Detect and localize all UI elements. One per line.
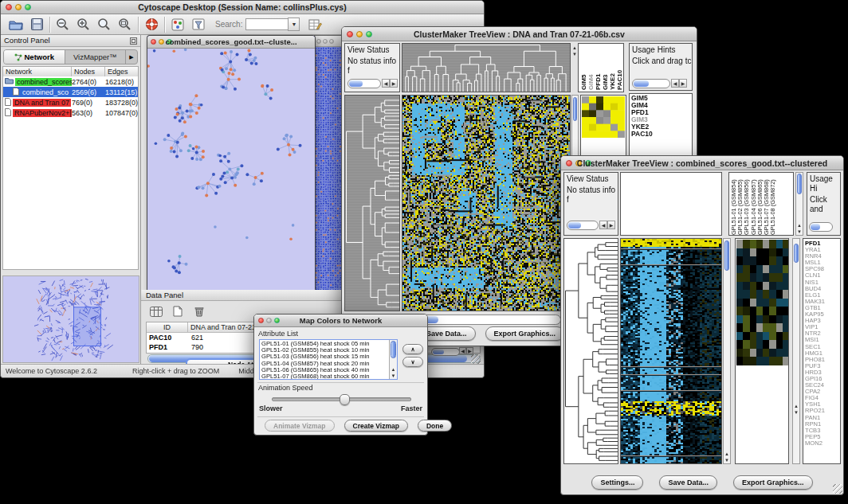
tv2-heatmap-panel[interactable] (620, 238, 722, 464)
animate-vizmap-button[interactable]: Animate Vizmap (265, 420, 335, 432)
delete-attribute-trash-icon[interactable] (190, 304, 208, 318)
slider-thumb[interactable] (340, 394, 350, 405)
birdseye-view[interactable] (2, 275, 139, 363)
tv1-row-dendrogram[interactable] (345, 96, 399, 311)
network-name: DNA and Tran 07 (13, 99, 71, 107)
gene-label[interactable]: MON2 (805, 440, 840, 447)
inactive-zoom-button[interactable] (329, 39, 334, 44)
col-nodes[interactable]: Nodes (72, 67, 105, 76)
tv1-column-dendrogram-panel[interactable] (402, 43, 571, 92)
save-data-button[interactable]: Save Data... (659, 475, 717, 490)
node-count: 2569(6) (72, 88, 105, 96)
network-view-titlebar[interactable]: combined_scores_good.txt--cluste... (147, 36, 315, 49)
open-file-button[interactable] (6, 16, 26, 33)
tv2-heatmap-vscrollbar[interactable]: ▲▼ (723, 238, 731, 464)
background-network-window[interactable] (314, 35, 342, 294)
tv1-row-dendrogram-panel[interactable] (344, 95, 400, 311)
attribute-list-vscrollbar[interactable]: ▲▼ (389, 340, 397, 379)
scroll-left-arrow[interactable]: ◀ (382, 79, 390, 88)
tv2-labels-vscrollbar[interactable]: ▲▼ (795, 172, 803, 236)
network-name: combined_sco (21, 88, 70, 96)
column-label: PAC10 (616, 44, 623, 90)
scroll-left-arrow[interactable]: ◀ (671, 79, 679, 88)
zoom-out-icon[interactable] (53, 16, 73, 33)
export-graphics-button[interactable]: Export Graphics... (485, 326, 565, 341)
network-list-row[interactable]: DNA and Tran 07769(0)183728(0) (3, 97, 138, 107)
treeview1-titlebar[interactable]: ClusterMaker TreeView : DNA and Tran 07-… (342, 27, 697, 41)
tv1-heatmap-panel[interactable] (402, 95, 571, 311)
node-count: 563(0) (72, 109, 105, 117)
tv2-status-scrollbar[interactable] (567, 221, 599, 230)
save-button[interactable] (26, 16, 47, 33)
search-input[interactable] (245, 18, 288, 30)
attribute-browser-icon[interactable] (304, 16, 325, 33)
tv2-usage-scrollbar[interactable] (809, 222, 833, 232)
tv1-usage-hints-line2: Click and drag tc (630, 55, 692, 66)
inactive-close-button[interactable] (316, 39, 321, 44)
dialog-titlebar[interactable]: Map Colors to Network (254, 315, 427, 327)
col-edges[interactable]: Edges (105, 67, 138, 76)
tv1-column-labels-panel: GIM5GIM4PFD1GIM3YKE2PAC10 (578, 43, 624, 92)
network-list-row[interactable]: combined_scores2764(0)16218(0) (3, 76, 138, 87)
main-resize-grip[interactable] (471, 354, 481, 364)
scroll-right-arrow[interactable]: ▶ (390, 79, 398, 88)
tv1-column-dendrogram[interactable] (402, 44, 570, 92)
tv2-row-dendrogram[interactable] (564, 239, 618, 463)
tv2-heatmap[interactable] (621, 239, 721, 463)
create-vizmap-button[interactable]: Create Vizmap (344, 420, 408, 432)
search-filter-doc-icon[interactable] (188, 16, 209, 33)
settings-button[interactable]: Settings... (591, 475, 643, 490)
tab-network[interactable]: Network (4, 50, 65, 64)
tv1-status-scrollbar[interactable] (347, 79, 381, 88)
float-panel-icon[interactable] (130, 33, 137, 48)
filter-icon[interactable] (167, 16, 188, 33)
toolbar-separator (138, 17, 139, 33)
help-lifebuoy-icon[interactable] (141, 16, 162, 33)
network-view-title: combined_scores_good.txt--cluste... (147, 37, 315, 46)
attribute-listbox[interactable]: GPL51-01 (GSM854) heat shock 05 minGPL51… (259, 339, 398, 380)
col-network[interactable]: Network (3, 67, 72, 76)
scroll-left-arrow[interactable]: ◀ (459, 347, 466, 354)
right-mini-hscrollbar[interactable] (431, 348, 460, 356)
select-attributes-icon[interactable] (147, 304, 165, 318)
data-col-id[interactable]: ID (147, 322, 188, 332)
tv2-zoom-heatmap-panel[interactable] (735, 238, 789, 464)
treeview2-resize-grip[interactable] (833, 484, 842, 494)
tab-overflow-arrow[interactable]: ▶ (125, 50, 137, 64)
tv1-top-scroll-arrows[interactable]: ▲▼ (571, 45, 578, 57)
search-dropdown-button[interactable]: ▼ (288, 18, 300, 31)
new-attribute-icon[interactable] (169, 304, 186, 318)
inactive-minimize-button[interactable] (323, 39, 328, 44)
animation-speed-slider[interactable] (272, 397, 411, 401)
control-panel-title: Control Panel (4, 36, 50, 45)
move-attribute-down-button[interactable]: ∨ (402, 357, 423, 367)
move-attribute-up-button[interactable]: ∧ (402, 344, 423, 354)
main-titlebar[interactable]: Cytoscape Desktop (Session Name: collins… (1, 1, 484, 14)
export-graphics-button[interactable]: Export Graphics... (733, 475, 813, 490)
tv1-zoom-matrix[interactable] (582, 96, 625, 138)
scroll-left-arrow[interactable]: ◀ (599, 221, 607, 229)
tv2-column-dendrogram-panel[interactable] (620, 172, 722, 236)
network-tab-icon (14, 53, 22, 61)
tv1-heatmap[interactable] (402, 96, 570, 311)
network-list-row[interactable]: RNAPuberNov2+|563(0)107847(0) (3, 107, 138, 118)
zoom-fit-icon[interactable] (94, 16, 115, 33)
tv2-genes-vscrollbar[interactable]: ▲▼ (792, 238, 800, 464)
scroll-right-arrow[interactable]: ▶ (607, 221, 615, 229)
zoom-selected-icon[interactable] (115, 16, 135, 33)
network-canvas[interactable] (147, 49, 313, 294)
tv2-zoom-heatmap[interactable] (736, 240, 789, 365)
file-icon (13, 88, 19, 96)
dense-network-canvas[interactable] (315, 47, 341, 294)
zoom-in-icon[interactable] (73, 16, 94, 33)
treeview2-titlebar[interactable]: ClusterMaker TreeView : combined_scores_… (561, 156, 843, 170)
tv1-usage-scrollbar[interactable] (632, 79, 670, 88)
attribute-list-item[interactable]: GPL51-07 (GSM868) heat shock 60 min (260, 373, 397, 380)
gene-label[interactable]: PAC10 (631, 131, 692, 138)
scroll-right-arrow[interactable]: ▶ (466, 347, 473, 354)
done-button[interactable]: Done (418, 420, 452, 432)
tv2-row-dendrogram-panel[interactable] (563, 238, 618, 464)
scroll-right-arrow[interactable]: ▶ (679, 79, 687, 88)
tab-vizmapper[interactable]: VizMapper™ (65, 50, 126, 64)
network-list-row[interactable]: combined_sco2569(6)13112(15) (3, 87, 138, 97)
